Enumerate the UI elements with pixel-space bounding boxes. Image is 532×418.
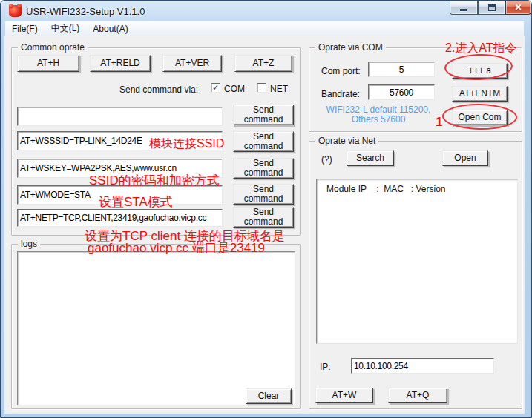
- logs-box[interactable]: [17, 251, 295, 405]
- app-window: USR-WIFI232-Setup V1.1.0 ✕ File(F) 中文(L)…: [0, 0, 532, 418]
- window-title: USR-WIFI232-Setup V1.1.0: [26, 6, 145, 17]
- com-checkbox[interactable]: ✓: [211, 83, 220, 93]
- com-port-label: Com port:: [321, 66, 361, 76]
- send-command-button-5[interactable]: Send command: [233, 207, 294, 228]
- maximize-icon: [488, 4, 496, 11]
- ip-label: IP:: [320, 362, 331, 372]
- send-command-button-4[interactable]: Send command: [233, 184, 294, 205]
- at-h-button[interactable]: AT+H: [17, 55, 79, 72]
- at-entm-button[interactable]: AT+ENTM: [452, 86, 508, 102]
- common-oprate-title: Common oprate: [18, 42, 88, 53]
- com-port-input[interactable]: [368, 62, 435, 77]
- baudrate-hint-line2: Others 57600: [352, 114, 406, 125]
- module-list-box[interactable]: Module IP : MAC : Version: [316, 179, 518, 344]
- at-w-button[interactable]: AT+W: [315, 388, 373, 403]
- open-button[interactable]: Open: [442, 150, 488, 166]
- baudrate-hint: WIFI232-L default 115200, Others 57600: [316, 105, 441, 125]
- send-command-button-2[interactable]: Send command: [233, 131, 294, 152]
- close-button[interactable]: ✕: [505, 1, 531, 15]
- menu-language[interactable]: 中文(L): [45, 21, 87, 36]
- minimize-icon: [460, 9, 467, 11]
- at-z-button[interactable]: AT+Z: [234, 55, 292, 72]
- command-input-1[interactable]: [17, 107, 223, 126]
- close-icon: ✕: [514, 1, 522, 14]
- menubar: File(F) 中文(L) About(A): [5, 21, 524, 36]
- oprate-via-net-title: Oprate via Net: [315, 136, 378, 146]
- titlebar[interactable]: USR-WIFI232-Setup V1.1.0 ✕: [1, 1, 532, 21]
- menu-file[interactable]: File(F): [5, 21, 45, 36]
- minimize-button[interactable]: [450, 1, 478, 15]
- maximize-button[interactable]: [478, 1, 505, 15]
- search-button[interactable]: Search: [347, 150, 394, 166]
- net-checkbox-label: NET: [270, 84, 288, 94]
- annotation-step1: 1: [436, 115, 442, 130]
- at-q-button[interactable]: AT+Q: [388, 388, 447, 403]
- com-checkbox-label: COM: [224, 84, 245, 94]
- net-checkbox[interactable]: [257, 83, 266, 93]
- check-icon: ✓: [212, 84, 219, 92]
- annotation-wskey: SSID的密码和加密方式: [89, 172, 220, 189]
- at-ver-button[interactable]: AT+VER: [162, 55, 222, 72]
- help-label[interactable]: (?): [321, 154, 332, 165]
- oprate-via-com-title: Oprate via COM: [315, 42, 386, 53]
- ip-input[interactable]: [351, 358, 494, 374]
- menu-about[interactable]: About(A): [86, 21, 134, 36]
- annotation-wmode: 设置STA模式: [99, 193, 173, 210]
- bandrate-input[interactable]: [368, 84, 435, 100]
- module-list-header: Module IP : MAC : Version: [326, 184, 446, 194]
- clear-button[interactable]: Clear: [246, 388, 292, 404]
- send-command-button-1[interactable]: Send command: [233, 104, 294, 125]
- app-icon-ear: [17, 4, 22, 8]
- annotation-ssid: 模块连接SSID: [149, 136, 224, 152]
- annotation-netp-line2: gaofuchao.vicp.cc 端口是23419: [88, 239, 265, 256]
- app-icon: [9, 5, 22, 17]
- baudrate-hint-line1: WIFI232-L default 115200,: [326, 104, 431, 115]
- logs-title: logs: [18, 239, 40, 249]
- send-command-button-3[interactable]: Send command: [233, 158, 294, 179]
- at-reld-button[interactable]: AT+RELD: [90, 55, 151, 72]
- app-icon-ear: [9, 4, 13, 8]
- command-input-5[interactable]: [17, 209, 223, 227]
- bandrate-label: Bandrate:: [321, 89, 360, 99]
- send-via-label: Send command via:: [119, 84, 198, 95]
